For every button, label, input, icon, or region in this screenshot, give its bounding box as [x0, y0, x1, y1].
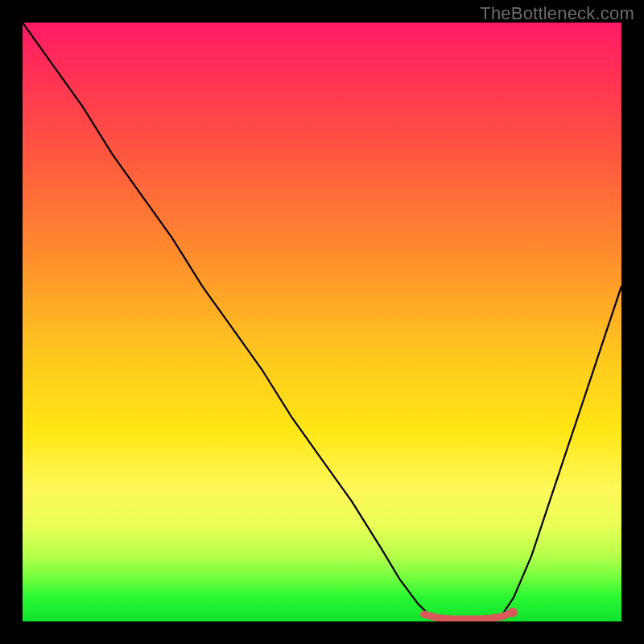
- optimal-band-markers: [424, 608, 518, 619]
- bottleneck-curve-layer: [23, 23, 621, 621]
- optimal-band-end-dot: [508, 608, 518, 617]
- bottleneck-curve: [23, 23, 621, 621]
- plot-area: [23, 23, 621, 621]
- watermark-text: TheBottleneck.com: [480, 3, 634, 24]
- optimal-band-line: [424, 614, 508, 619]
- chart-frame: TheBottleneck.com: [0, 0, 644, 644]
